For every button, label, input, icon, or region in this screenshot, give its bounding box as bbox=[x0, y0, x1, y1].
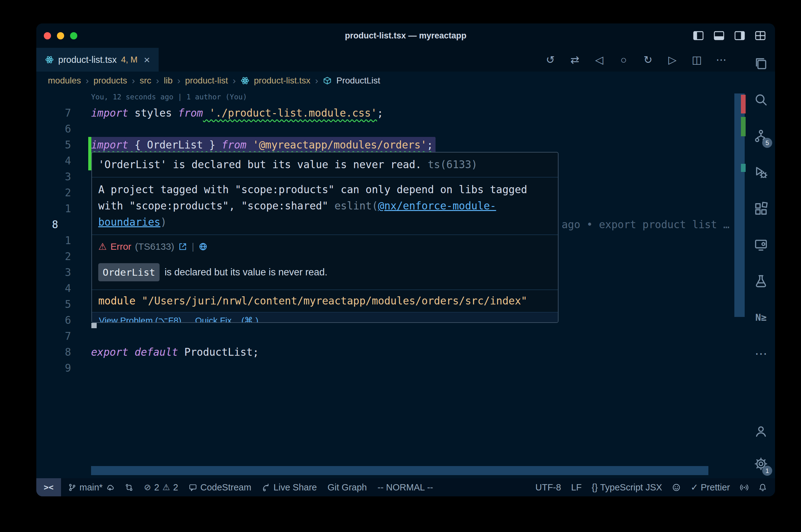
severity-code: (TS6133) bbox=[135, 239, 174, 255]
run-file-icon[interactable]: ▷ bbox=[666, 54, 679, 66]
breadcrumb-item[interactable]: modules bbox=[48, 76, 81, 86]
settings-gear-icon[interactable]: 1 bbox=[751, 454, 771, 474]
tab-problems-badge: 4, M bbox=[121, 55, 138, 65]
horizontal-scrollbar[interactable] bbox=[91, 466, 708, 475]
chevron-right-icon: › bbox=[315, 75, 318, 86]
breadcrumb-item[interactable]: lib bbox=[164, 76, 173, 86]
chevron-right-icon: › bbox=[86, 75, 89, 86]
navigate-back-icon[interactable]: ◁ bbox=[592, 54, 606, 66]
breadcrumb-item[interactable]: product-list bbox=[185, 76, 228, 86]
problems-status[interactable]: ⊘ 2 ⚠ 2 bbox=[144, 482, 178, 493]
quick-fix-link[interactable]: Quick Fix... (⌘.) bbox=[195, 316, 258, 323]
overview-ruler-cursor-mark bbox=[741, 164, 746, 172]
code-line[interactable]: 8 export default ProductList; bbox=[36, 344, 747, 360]
view-problem-link[interactable]: View Problem (⌥F8) bbox=[99, 316, 181, 323]
globe-icon[interactable] bbox=[198, 242, 208, 251]
more-actions-icon[interactable]: ⋯ bbox=[714, 54, 728, 66]
close-tab-icon[interactable]: × bbox=[144, 54, 150, 66]
overview-ruler-added-mark bbox=[741, 117, 746, 136]
language-mode-status[interactable]: {} TypeScript JSX bbox=[592, 482, 662, 493]
breadcrumb-file[interactable]: product-list.tsx bbox=[254, 76, 311, 86]
settings-badge: 1 bbox=[762, 466, 772, 476]
test-beaker-icon[interactable] bbox=[751, 271, 771, 291]
navigate-forward-icon[interactable]: ↻ bbox=[641, 54, 655, 66]
tab-product-list[interactable]: product-list.tsx 4, M × bbox=[36, 48, 159, 72]
line-number: 7 bbox=[36, 105, 71, 121]
explorer-icon[interactable] bbox=[751, 54, 771, 73]
react-icon bbox=[241, 76, 249, 85]
timeline-icon[interactable]: ↺ bbox=[544, 54, 557, 66]
eslint-diagnostic: A project tagged with "scope:products" c… bbox=[92, 177, 558, 234]
error-detail-section: ⚠ Error (TS6133) | OrderList is declared… bbox=[92, 234, 558, 289]
symbol-class-icon bbox=[323, 76, 332, 85]
title-bar: product-list.tsx — myreactapp bbox=[36, 23, 775, 48]
line-number: 8 bbox=[36, 344, 71, 360]
live-share-status[interactable]: Live Share bbox=[262, 482, 317, 493]
additional-views-icon[interactable]: ⋯ bbox=[751, 343, 771, 363]
open-external-icon[interactable] bbox=[178, 242, 187, 251]
branch-status[interactable]: main* bbox=[68, 482, 114, 493]
git-branch-icon bbox=[68, 483, 76, 492]
diagnostic-hover-popup: 'OrderList' is declared but its value is… bbox=[91, 152, 559, 323]
warnings-icon: ⚠ bbox=[162, 482, 170, 492]
line-number: 1 bbox=[36, 201, 71, 216]
react-icon bbox=[45, 55, 54, 64]
breadcrumb-item[interactable]: products bbox=[94, 76, 127, 86]
line-number: 3 bbox=[36, 264, 71, 280]
git-graph-status[interactable]: Git Graph bbox=[328, 482, 367, 493]
feedback-smiley-icon[interactable] bbox=[672, 483, 680, 492]
code-line[interactable]: 5 import { OrderList } from '@myreactapp… bbox=[36, 137, 747, 153]
comment-icon bbox=[189, 483, 197, 492]
remote-explorer-icon[interactable] bbox=[751, 235, 771, 255]
vim-mode-status[interactable]: -- NORMAL -- bbox=[377, 482, 433, 493]
window-title: product-list.tsx — myreactapp bbox=[36, 23, 775, 48]
account-icon[interactable] bbox=[751, 421, 771, 441]
compare-changes-icon[interactable]: ⇄ bbox=[568, 54, 582, 66]
activity-bar: 5 N≥ ⋯ bbox=[747, 48, 775, 478]
code-line[interactable]: 9 bbox=[36, 360, 747, 376]
line-number: 3 bbox=[36, 169, 71, 185]
overview-ruler-deleted-mark bbox=[741, 95, 746, 113]
customize-layout-icon[interactable] bbox=[755, 31, 766, 40]
extensions-icon[interactable] bbox=[751, 198, 771, 218]
cloud-upload-icon bbox=[106, 483, 114, 492]
chevron-right-icon: › bbox=[233, 75, 236, 86]
line-number: 6 bbox=[36, 312, 71, 328]
scm-badge: 5 bbox=[762, 138, 772, 148]
run-debug-icon[interactable] bbox=[751, 162, 771, 182]
blame-annotation-row: You, 12 seconds ago | 1 author (You) bbox=[36, 89, 747, 105]
hover-actions: View Problem (⌥F8) Quick Fix... (⌘.) bbox=[92, 312, 558, 323]
toggle-sidebar-icon[interactable] bbox=[693, 31, 704, 40]
encoding-status[interactable]: UTF-8 bbox=[535, 482, 561, 493]
gitlens-status[interactable] bbox=[125, 483, 133, 492]
git-compare-icon bbox=[125, 483, 133, 492]
broadcast-icon[interactable] bbox=[740, 483, 748, 492]
line-number: 4 bbox=[36, 280, 71, 296]
split-editor-icon[interactable]: ◫ bbox=[690, 54, 704, 66]
breadcrumb-symbol[interactable]: ProductList bbox=[336, 76, 380, 86]
nx-console-icon[interactable]: N≥ bbox=[751, 307, 771, 327]
screen: product-list.tsx — myreactapp product-li… bbox=[0, 0, 801, 532]
outline-icon[interactable]: ○ bbox=[617, 54, 631, 66]
line-number: 7 bbox=[36, 328, 71, 344]
code-line[interactable]: 7 import styles from './product-list.mod… bbox=[36, 105, 747, 121]
eol-status[interactable]: LF bbox=[571, 482, 582, 493]
share-icon bbox=[262, 483, 270, 492]
codestream-status[interactable]: CodeStream bbox=[189, 482, 251, 493]
breadcrumb-item[interactable]: src bbox=[140, 76, 151, 86]
prettier-status[interactable]: ✓ Prettier bbox=[691, 482, 730, 493]
toggle-panel-icon[interactable] bbox=[714, 31, 724, 40]
line-number: 4 bbox=[36, 153, 71, 169]
chip-message: is declared but its value is never read. bbox=[165, 264, 327, 280]
code-line[interactable]: 6 bbox=[36, 121, 747, 137]
line-number: 5 bbox=[36, 296, 71, 312]
notifications-bell-icon[interactable] bbox=[759, 483, 767, 492]
source-control-icon[interactable]: 5 bbox=[751, 126, 771, 146]
hover-resize-handle[interactable] bbox=[91, 323, 97, 328]
toggle-secondary-sidebar-icon[interactable] bbox=[734, 31, 745, 40]
git-modified-gutter-bar bbox=[88, 137, 91, 170]
code-line[interactable]: 7 bbox=[36, 328, 747, 344]
search-icon[interactable] bbox=[751, 90, 771, 110]
line-number: 6 bbox=[36, 121, 71, 137]
remote-indicator[interactable]: >< bbox=[36, 478, 61, 496]
